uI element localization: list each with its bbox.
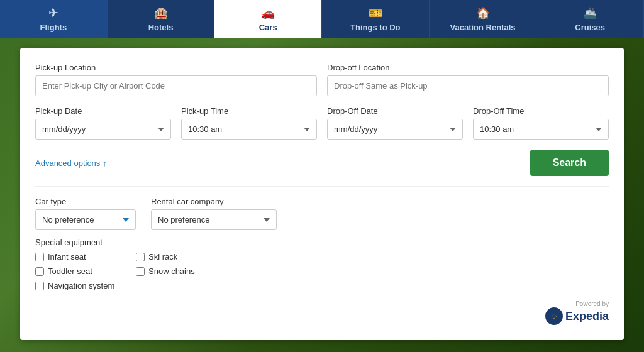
checkbox-ski-rack[interactable]: Ski rack bbox=[136, 252, 236, 261]
pickup-date-wrapper: mm/dd/yyyy bbox=[35, 119, 171, 140]
advanced-row: Advanced options ↑ Search bbox=[35, 150, 609, 176]
pickup-time-label: Pick-up Time bbox=[181, 106, 317, 116]
nav-label-vacation: Vacation Rentals bbox=[450, 23, 516, 32]
hotels-icon: 🏨 bbox=[154, 6, 168, 20]
checkbox-navigation-system[interactable]: Navigation system bbox=[35, 281, 136, 290]
content-area: Pick-up Location Drop-off Location Pick-… bbox=[0, 38, 644, 352]
vacation-icon: 🏠 bbox=[476, 6, 490, 20]
ski-rack-label: Ski rack bbox=[148, 252, 177, 261]
navigation-system-label: Navigation system bbox=[48, 281, 114, 290]
pickup-time-wrapper: 10:30 am bbox=[181, 119, 317, 140]
car-type-select[interactable]: No preference Economy Compact Midsize SU… bbox=[35, 209, 136, 230]
snow-chains-checkbox[interactable] bbox=[136, 267, 145, 276]
dropoff-time-label: Drop-Off Time bbox=[473, 106, 609, 116]
snow-chains-label: Snow chains bbox=[148, 267, 195, 276]
pickup-location-group: Pick-up Location bbox=[35, 63, 317, 96]
nav-item-cars[interactable]: 🚗 Cars bbox=[214, 0, 322, 38]
dropoff-location-label: Drop-off Location bbox=[327, 63, 609, 72]
dropoff-time-wrapper: 10:30 am bbox=[473, 119, 609, 140]
pickup-date-select[interactable]: mm/dd/yyyy bbox=[35, 119, 171, 140]
nav-item-hotels[interactable]: 🏨 Hotels bbox=[108, 0, 215, 38]
expedia-brand: Expedia bbox=[565, 310, 609, 323]
nav-label-cars: Cars bbox=[259, 23, 277, 32]
infant-seat-label: Infant seat bbox=[48, 252, 86, 261]
advanced-options-link[interactable]: Advanced options ↑ bbox=[35, 158, 106, 168]
advanced-options-inner: Car type No preference Economy Compact M… bbox=[35, 197, 609, 230]
search-card: Pick-up Location Drop-off Location Pick-… bbox=[20, 48, 624, 340]
pickup-location-label: Pick-up Location bbox=[35, 63, 317, 72]
dropoff-location-input[interactable] bbox=[327, 75, 609, 96]
advanced-section: Car type No preference Economy Compact M… bbox=[35, 186, 609, 290]
nav-item-flights[interactable]: ✈ Flights bbox=[0, 0, 108, 38]
dropoff-time-select[interactable]: 10:30 am bbox=[473, 119, 609, 140]
rental-company-select[interactable]: No preference Alamo Avis Enterprise Hert… bbox=[151, 209, 277, 230]
navigation: ✈ Flights 🏨 Hotels 🚗 Cars 🎫 Things to Do… bbox=[0, 0, 644, 38]
powered-by: Powered by Expedia bbox=[545, 300, 609, 325]
nav-item-vacation-rentals[interactable]: 🏠 Vacation Rentals bbox=[430, 0, 537, 38]
dropoff-date-select[interactable]: mm/dd/yyyy bbox=[327, 119, 463, 140]
nav-label-hotels: Hotels bbox=[148, 23, 174, 32]
car-type-group: Car type No preference Economy Compact M… bbox=[35, 197, 136, 230]
card-footer: Powered by Expedia bbox=[35, 300, 609, 325]
ski-rack-checkbox[interactable] bbox=[136, 253, 145, 261]
checkboxes-grid: Infant seat Ski rack Toddler seat Snow c… bbox=[35, 252, 609, 290]
nav-label-cruises: Cruises bbox=[575, 23, 605, 32]
powered-by-text: Powered by bbox=[575, 300, 609, 307]
rental-company-label: Rental car company bbox=[151, 197, 277, 206]
special-equipment-label: Special equipment bbox=[35, 238, 609, 247]
things-icon: 🎫 bbox=[369, 6, 382, 20]
dropoff-date-wrapper: mm/dd/yyyy bbox=[327, 119, 463, 140]
expedia-icon bbox=[545, 307, 563, 325]
flights-icon: ✈ bbox=[48, 6, 58, 20]
checkbox-toddler-seat[interactable]: Toddler seat bbox=[35, 267, 136, 276]
dropoff-time-group: Drop-Off Time 10:30 am bbox=[473, 106, 609, 140]
pickup-date-group: Pick-up Date mm/dd/yyyy bbox=[35, 106, 171, 140]
pickup-time-group: Pick-up Time 10:30 am bbox=[181, 106, 317, 140]
pickup-location-input[interactable] bbox=[35, 75, 317, 96]
expedia-logo: Expedia bbox=[545, 307, 609, 325]
toddler-seat-checkbox[interactable] bbox=[35, 267, 44, 276]
navigation-system-checkbox[interactable] bbox=[35, 282, 44, 290]
dropoff-date-group: Drop-Off Date mm/dd/yyyy bbox=[327, 106, 463, 140]
search-button[interactable]: Search bbox=[530, 150, 609, 176]
nav-label-things: Things to Do bbox=[350, 23, 400, 32]
pickup-time-select[interactable]: 10:30 am bbox=[181, 119, 317, 140]
checkbox-snow-chains[interactable]: Snow chains bbox=[136, 267, 236, 276]
cruises-icon: 🚢 bbox=[583, 6, 597, 20]
checkbox-infant-seat[interactable]: Infant seat bbox=[35, 252, 136, 261]
location-row: Pick-up Location Drop-off Location bbox=[35, 63, 609, 96]
rental-company-group: Rental car company No preference Alamo A… bbox=[151, 197, 277, 230]
pickup-date-label: Pick-up Date bbox=[35, 106, 171, 116]
car-type-label: Car type bbox=[35, 197, 136, 206]
svg-point-1 bbox=[552, 314, 556, 318]
nav-item-cruises[interactable]: 🚢 Cruises bbox=[536, 0, 644, 38]
cars-icon: 🚗 bbox=[261, 6, 275, 20]
dropoff-date-label: Drop-Off Date bbox=[327, 106, 463, 116]
toddler-seat-label: Toddler seat bbox=[48, 267, 92, 276]
datetime-row: Pick-up Date mm/dd/yyyy Pick-up Time 10:… bbox=[35, 106, 609, 140]
nav-item-things-to-do[interactable]: 🎫 Things to Do bbox=[322, 0, 430, 38]
nav-label-flights: Flights bbox=[40, 23, 67, 32]
dropoff-location-group: Drop-off Location bbox=[327, 63, 609, 96]
infant-seat-checkbox[interactable] bbox=[35, 253, 44, 261]
